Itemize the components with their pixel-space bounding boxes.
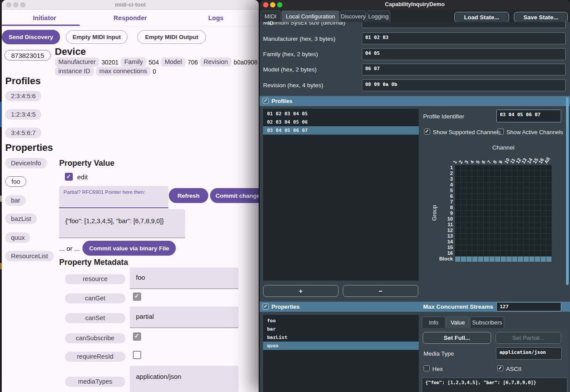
channel-grid-cell[interactable]: [467, 165, 472, 171]
channel-grid-cell[interactable]: [472, 211, 477, 216]
channel-grid-cell[interactable]: [512, 165, 517, 171]
channel-grid-cell[interactable]: [512, 211, 517, 216]
tab-midi-io[interactable]: MIDI IO: [260, 11, 281, 22]
channel-grid-cell[interactable]: [529, 165, 534, 171]
channel-grid-cell[interactable]: [518, 171, 523, 176]
tab-value[interactable]: Value: [446, 317, 469, 328]
channel-grid-cell[interactable]: [535, 165, 540, 171]
channel-grid-cell[interactable]: [529, 257, 534, 262]
show-active-channels-checkbox[interactable]: [498, 128, 504, 135]
profile-list-item[interactable]: 01 02 03 04 05: [263, 110, 419, 118]
channel-grid-cell[interactable]: [535, 194, 540, 199]
channel-grid-cell[interactable]: [506, 228, 512, 233]
channel-grid-cell[interactable]: [518, 251, 523, 256]
channel-grid-cell[interactable]: [489, 257, 495, 262]
profile-identifier-input[interactable]: 03 04 05 06 07: [496, 110, 561, 122]
set-partial-button[interactable]: Set Partial...: [495, 332, 561, 344]
channel-grid-cell[interactable]: [541, 171, 546, 176]
channel-grid-cell[interactable]: [506, 188, 512, 193]
channel-grid-cell[interactable]: [461, 194, 466, 199]
channel-grid-cell[interactable]: [546, 188, 552, 193]
channel-grid-cell[interactable]: [518, 234, 523, 239]
channel-grid-cell[interactable]: [467, 200, 472, 205]
channel-grid-cell[interactable]: [524, 228, 529, 233]
canset-field[interactable]: partial: [130, 306, 239, 328]
channel-grid-cell[interactable]: [518, 165, 523, 171]
channel-grid-cell[interactable]: [495, 182, 500, 188]
empty-midi-output-button[interactable]: Empty MIDI Output: [137, 30, 206, 44]
channel-grid-cell[interactable]: [506, 257, 512, 262]
channel-grid-cell[interactable]: [501, 205, 506, 210]
channel-grid-cell[interactable]: [546, 257, 552, 262]
channel-grid-cell[interactable]: [461, 234, 466, 239]
channel-grid-cell[interactable]: [518, 182, 523, 188]
channel-grid-cell[interactable]: [495, 217, 500, 222]
channel-grid-cell[interactable]: [524, 188, 529, 193]
channel-grid-cell[interactable]: [478, 234, 483, 239]
local-config-viewport[interactable]: Maximum SysEx size (decimal) Manufacture…: [260, 22, 570, 392]
channel-grid-cell[interactable]: [478, 171, 483, 176]
channel-grid-cell[interactable]: [455, 245, 460, 250]
channel-grid-cell[interactable]: [541, 194, 546, 199]
channel-grid-cell[interactable]: [501, 171, 506, 176]
channel-grid-cell[interactable]: [455, 194, 460, 199]
channel-grid-cell[interactable]: [467, 211, 472, 216]
channel-grid-cell[interactable]: [472, 228, 477, 233]
max-sysex-input[interactable]: [362, 22, 566, 28]
channel-grid-cell[interactable]: [506, 217, 512, 222]
channel-grid-cell[interactable]: [495, 257, 500, 262]
channel-grid-cell[interactable]: [467, 228, 472, 233]
commit-changes-button[interactable]: Commit changes: [210, 188, 259, 203]
channel-grid-cell[interactable]: [501, 222, 506, 228]
channel-grid-cell[interactable]: [472, 182, 477, 188]
hex-checkbox[interactable]: [424, 365, 430, 371]
channel-grid-cell[interactable]: [461, 211, 466, 216]
property-chip-quux[interactable]: quux: [5, 232, 30, 243]
channel-grid-cell[interactable]: [518, 211, 523, 216]
channel-grid-cell[interactable]: [506, 205, 512, 210]
channel-grid-cell[interactable]: [455, 177, 460, 182]
channel-grid-cell[interactable]: [512, 257, 517, 262]
channel-grid-cell[interactable]: [535, 171, 540, 176]
tab-logs[interactable]: Logs: [173, 10, 259, 26]
channel-grid-cell[interactable]: [455, 205, 460, 210]
channel-grid-cell[interactable]: [524, 211, 529, 216]
add-profile-button[interactable]: +: [263, 285, 338, 297]
channel-grid-cell[interactable]: [529, 194, 534, 199]
manufacturer-input[interactable]: 01 02 03: [362, 32, 566, 44]
channel-grid-cell[interactable]: [461, 251, 466, 256]
commit-binary-file-button[interactable]: Commit value via binary File: [82, 241, 176, 256]
channel-grid-cell[interactable]: [529, 228, 534, 233]
channel-grid-cell[interactable]: [506, 234, 512, 239]
vertical-scrollbar[interactable]: [566, 97, 569, 285]
revision-input[interactable]: 08 09 0a 0b: [362, 79, 566, 91]
channel-grid-cell[interactable]: [472, 171, 477, 176]
channel-grid-cell[interactable]: [529, 205, 534, 210]
channel-grid-cell[interactable]: [506, 245, 512, 250]
channel-grid-cell[interactable]: [501, 234, 506, 239]
channel-grid-cell[interactable]: [467, 239, 472, 245]
channel-grid-cell[interactable]: [489, 205, 495, 210]
channel-grid-cell[interactable]: [495, 245, 500, 250]
channel-grid-cell[interactable]: [546, 234, 552, 239]
channel-grid-cell[interactable]: [506, 239, 512, 245]
channel-grid-cell[interactable]: [489, 222, 495, 228]
media-type-input[interactable]: application/json: [496, 347, 562, 360]
channel-grid-cell[interactable]: [518, 177, 523, 182]
channel-grid-cell[interactable]: [489, 177, 495, 182]
channel-grid-cell[interactable]: [512, 188, 517, 193]
channel-grid-cell[interactable]: [495, 228, 500, 233]
property-chip-deviceinfo[interactable]: DeviceInfo: [5, 158, 47, 168]
channel-grid-cell[interactable]: [501, 211, 506, 216]
properties-list[interactable]: foo bar bazList quux: [263, 315, 419, 392]
max-concurrent-streams-input[interactable]: 127: [496, 302, 561, 311]
channel-grid-cell[interactable]: [529, 251, 534, 256]
channel-grid-cell[interactable]: [455, 188, 460, 193]
channel-grid-cell[interactable]: [472, 239, 477, 245]
channel-grid-cell[interactable]: [478, 200, 483, 205]
channel-grid-cell[interactable]: [529, 222, 534, 228]
channel-grid-cell[interactable]: [455, 182, 460, 188]
edit-checkbox[interactable]: [65, 173, 73, 181]
channel-grid-cell[interactable]: [484, 217, 489, 222]
channel-grid-cell[interactable]: [472, 165, 477, 171]
